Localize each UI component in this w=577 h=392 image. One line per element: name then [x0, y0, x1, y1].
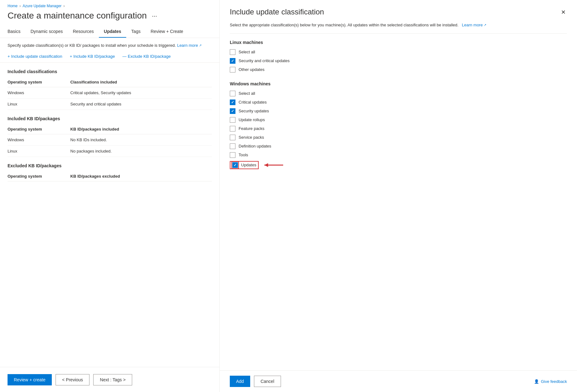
- linux-select-all-label: Select all: [239, 50, 255, 54]
- linux-select-all-checkbox[interactable]: [230, 49, 235, 55]
- cancel-button[interactable]: Cancel: [254, 376, 281, 387]
- add-button[interactable]: Add: [230, 376, 250, 387]
- tab-review-create[interactable]: Review + Create: [146, 26, 188, 38]
- win-tools-label: Tools: [239, 153, 248, 157]
- linux-group-title: Linux machines: [230, 40, 567, 45]
- linux-security-critical-row[interactable]: Security and critical updates: [230, 58, 567, 64]
- page-title: Create a maintenance configuration: [8, 11, 147, 21]
- minus-icon: —: [122, 54, 127, 59]
- win-rollups-label: Update rollups: [239, 117, 265, 122]
- breadcrumb-home[interactable]: Home: [8, 4, 18, 8]
- col-header-os-3: Operating system: [8, 171, 70, 181]
- include-kb-link[interactable]: + Include KB ID/package: [70, 54, 115, 59]
- win-feature-label: Feature packs: [239, 126, 264, 131]
- windows-group-title: Windows machines: [230, 81, 567, 86]
- previous-button[interactable]: < Previous: [56, 374, 90, 385]
- content-area: Included classifications Operating syste…: [0, 63, 219, 367]
- include-classification-link[interactable]: + Include update classification: [8, 54, 62, 59]
- breadcrumb-sep1: ›: [19, 4, 21, 8]
- win-service-checkbox[interactable]: [230, 135, 235, 140]
- win-tools-row[interactable]: Tools: [230, 152, 567, 158]
- win-service-label: Service packs: [239, 135, 264, 140]
- panel-divider: [230, 33, 567, 34]
- tab-updates[interactable]: Updates: [99, 26, 126, 38]
- win-security-checkbox[interactable]: [230, 108, 235, 114]
- linux-group: Linux machines Select all Security and c…: [230, 40, 567, 72]
- col-header-kb-2: KB ID/packages excluded: [70, 171, 212, 181]
- os-cell: Linux: [8, 146, 70, 157]
- col-header-kb-1: KB ID/packages included: [70, 124, 212, 134]
- col-header-os-1: Operating system: [8, 77, 70, 87]
- win-rollups-checkbox[interactable]: [230, 117, 235, 123]
- win-updates-row[interactable]: Updates: [230, 161, 259, 169]
- breadcrumb-sep2: ›: [63, 4, 65, 8]
- os-cell: Windows: [8, 134, 70, 146]
- win-rollups-row[interactable]: Update rollups: [230, 117, 567, 123]
- panel-footer-feedback: 👤 Give feedback: [534, 379, 567, 384]
- panel-external-link-icon: ↗: [484, 23, 486, 27]
- linux-select-all-row[interactable]: Select all: [230, 49, 567, 55]
- win-select-all-row[interactable]: Select all: [230, 91, 567, 96]
- win-updates-label: Updates: [241, 163, 256, 167]
- panel-footer-actions: Add Cancel: [230, 376, 281, 387]
- win-critical-label: Critical updates: [239, 100, 267, 105]
- ellipsis-button[interactable]: ···: [150, 12, 159, 20]
- classification-cell: Security and critical updates: [70, 99, 212, 110]
- plus-icon-2: +: [70, 54, 72, 59]
- included-classifications-header: Included classifications: [8, 63, 212, 77]
- panel-learn-more-link[interactable]: Learn more ↗: [462, 22, 486, 28]
- breadcrumb-service[interactable]: Azure Update Manager: [23, 4, 62, 8]
- tab-resources[interactable]: Resources: [68, 26, 99, 38]
- linux-other-row[interactable]: Other updates: [230, 67, 567, 72]
- description-text: Specify update classification(s) or KB I…: [8, 43, 176, 48]
- col-header-class-1: Classifications included: [70, 77, 212, 87]
- table-row: Linux No packages included.: [8, 146, 212, 157]
- windows-group: Windows machines Select all Critical upd…: [230, 81, 567, 169]
- table-row: Windows No KB IDs included.: [8, 134, 212, 146]
- tab-dynamic-scopes[interactable]: Dynamic scopes: [25, 26, 68, 38]
- linux-other-checkbox[interactable]: [230, 67, 235, 72]
- win-select-all-checkbox[interactable]: [230, 91, 235, 96]
- win-feature-checkbox[interactable]: [230, 126, 235, 132]
- next-button[interactable]: Next : Tags >: [93, 374, 132, 385]
- tab-navigation: Basics Dynamic scopes Resources Updates …: [0, 26, 219, 38]
- close-button[interactable]: ✕: [560, 8, 567, 17]
- win-service-row[interactable]: Service packs: [230, 135, 567, 140]
- panel-header: Include update classification ✕: [220, 0, 577, 22]
- win-select-all-label: Select all: [239, 91, 255, 96]
- tab-basics[interactable]: Basics: [8, 26, 25, 38]
- plus-icon-1: +: [8, 54, 10, 59]
- table-row: Windows Critical updates, Security updat…: [8, 87, 212, 99]
- win-definition-label: Definition updates: [239, 144, 271, 148]
- win-definition-row[interactable]: Definition updates: [230, 143, 567, 149]
- win-security-label: Security updates: [239, 109, 269, 113]
- win-critical-row[interactable]: Critical updates: [230, 99, 567, 105]
- win-updates-checkbox[interactable]: [232, 162, 238, 168]
- win-tools-checkbox[interactable]: [230, 152, 235, 158]
- panel-footer: Add Cancel 👤 Give feedback: [220, 370, 577, 392]
- footer: Review + create < Previous Next : Tags >: [0, 367, 219, 392]
- tab-tags[interactable]: Tags: [126, 26, 146, 38]
- panel-title: Include update classification: [230, 8, 324, 16]
- svg-marker-1: [264, 163, 268, 167]
- review-create-button[interactable]: Review + create: [8, 374, 52, 385]
- excluded-kb-header: Excluded KB ID/packages: [8, 157, 212, 171]
- feedback-icon: 👤: [534, 379, 539, 384]
- give-feedback-link[interactable]: 👤 Give feedback: [534, 379, 567, 384]
- os-cell: Linux: [8, 99, 70, 110]
- win-critical-checkbox[interactable]: [230, 99, 235, 105]
- learn-more-link-left[interactable]: Learn more ↗: [177, 43, 201, 48]
- kb-cell: No packages included.: [70, 146, 212, 157]
- linux-security-critical-checkbox[interactable]: [230, 58, 235, 64]
- red-arrow-icon: [261, 161, 286, 169]
- win-feature-row[interactable]: Feature packs: [230, 126, 567, 132]
- panel-content: Linux machines Select all Security and c…: [220, 40, 577, 371]
- included-kb-table: Operating system KB ID/packages included…: [8, 124, 212, 157]
- os-cell: Windows: [8, 87, 70, 99]
- win-definition-checkbox[interactable]: [230, 143, 235, 149]
- linux-other-label: Other updates: [239, 67, 264, 72]
- table-row: Linux Security and critical updates: [8, 99, 212, 110]
- exclude-kb-link[interactable]: — Exclude KB ID/package: [122, 54, 171, 59]
- classification-cell: Critical updates, Security updates: [70, 87, 212, 99]
- win-security-row[interactable]: Security updates: [230, 108, 567, 114]
